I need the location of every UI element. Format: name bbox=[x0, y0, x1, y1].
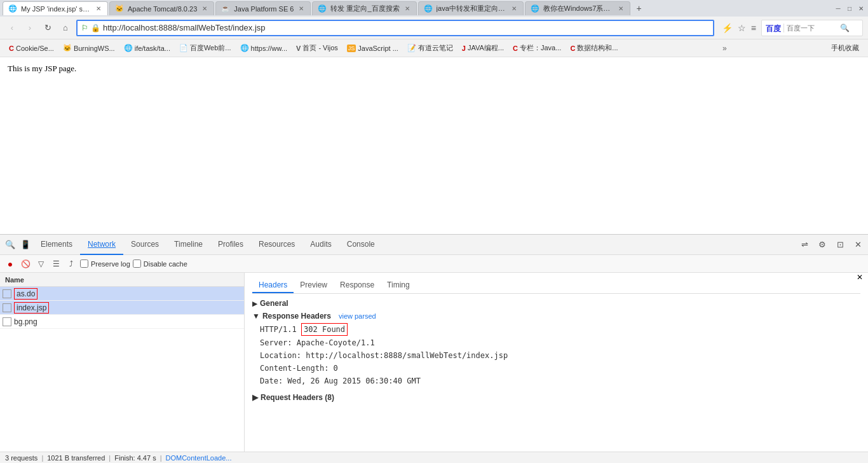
request-headers-title[interactable]: ▶ Request Headers (8) bbox=[252, 393, 860, 402]
bookmark-burningws[interactable]: 🐱 BurningWS... bbox=[59, 43, 119, 53]
tab-close-win7[interactable]: ✕ bbox=[617, 4, 625, 13]
bookmarks-more[interactable]: » bbox=[720, 43, 729, 54]
tab-console[interactable]: Console bbox=[339, 235, 383, 255]
tab-label-win7: 教你在Windows7系统... bbox=[543, 4, 613, 13]
page-text: This is my JSP page. bbox=[8, 64, 76, 73]
tab-sources[interactable]: Sources bbox=[123, 235, 166, 255]
net-item-as-do[interactable]: as.do bbox=[0, 287, 244, 301]
tab-baidu1[interactable]: 🌐 转发 重定向_百度搜索 ✕ bbox=[312, 1, 416, 15]
tab-favicon-myjsp: 🌐 bbox=[8, 4, 17, 13]
devtools-status-bar: 3 requests | 1021 B transferred | Finish… bbox=[0, 452, 868, 463]
bookmark-java-prog[interactable]: J JAVA编程... bbox=[458, 42, 508, 54]
page-content: This is my JSP page. bbox=[0, 57, 868, 216]
header-server: Server: Apache-Coyote/1.1 bbox=[252, 337, 860, 349]
preserve-log-label[interactable]: Preserve log bbox=[80, 259, 130, 268]
breakpoints-button[interactable]: ⤴ bbox=[65, 258, 78, 270]
devtools-search-icon[interactable]: 🔍 bbox=[3, 237, 18, 252]
bookmark-baiduweb[interactable]: 📄 百度Web前... bbox=[175, 42, 235, 54]
bookmark-mobile[interactable]: 手机收藏 bbox=[827, 42, 863, 54]
detail-tab-preview[interactable]: Preview bbox=[294, 278, 334, 293]
bookmark-vijos[interactable]: V 首页 - Vijos bbox=[292, 42, 342, 54]
baidu-search[interactable]: 百度 🔍 bbox=[761, 20, 863, 36]
back-button[interactable]: ‹ bbox=[5, 21, 19, 35]
bookmark-label-vijos: 首页 - Vijos bbox=[302, 43, 337, 53]
tab-myjsp[interactable]: 🌐 My JSP 'index.jsp' start... ✕ bbox=[3, 1, 108, 15]
tab-tomcat[interactable]: 🐱 Apache Tomcat/8.0.23 ✕ bbox=[109, 1, 214, 15]
reload-button[interactable]: ↻ bbox=[41, 21, 55, 35]
tab-close-baidu1[interactable]: ✕ bbox=[403, 4, 411, 13]
devtools-body: Name as.do index.jsp bg.png ✕ Headers bbox=[0, 273, 868, 452]
bookmark-cookie[interactable]: C Cookie/Se... bbox=[5, 43, 58, 53]
url-display[interactable]: http://localhost:8888/smallWebTest/index… bbox=[103, 23, 709, 32]
close-button[interactable]: ✕ bbox=[857, 4, 865, 13]
general-section-title[interactable]: ▶ General bbox=[252, 299, 860, 308]
devtools-settings-icon[interactable]: ⚙ bbox=[815, 237, 830, 252]
devtools-expand-icon[interactable]: ⇌ bbox=[797, 237, 812, 252]
tab-close-tomcat[interactable]: ✕ bbox=[201, 4, 208, 13]
minimize-button[interactable]: ─ bbox=[834, 4, 843, 13]
menu-icon[interactable]: ≡ bbox=[750, 22, 757, 34]
address-bar: ‹ › ↻ ⌂ ⚐ 🔒 http://localhost:8888/smallW… bbox=[0, 17, 868, 39]
clear-button[interactable]: 🚫 bbox=[19, 258, 32, 270]
baidu-search-input[interactable] bbox=[787, 24, 837, 32]
bookmark-dstruct[interactable]: C 数据结构和... bbox=[566, 42, 621, 54]
star-icon[interactable]: ☆ bbox=[736, 22, 747, 34]
header-content-length: Content-Length: 0 bbox=[252, 363, 860, 374]
net-item-bg-png[interactable]: bg.png bbox=[0, 315, 244, 329]
preserve-log-checkbox[interactable] bbox=[80, 259, 88, 268]
tab-close-java2[interactable]: ✕ bbox=[510, 4, 518, 13]
response-headers-title[interactable]: ▼ Response Headers view parsed bbox=[252, 312, 860, 321]
tab-java[interactable]: ☕ Java Platform SE 6 ✕ bbox=[215, 1, 311, 15]
status-divider-2: | bbox=[109, 454, 111, 462]
detail-tab-headers[interactable]: Headers bbox=[252, 278, 294, 293]
bookmark-js[interactable]: JS JavaScript ... bbox=[343, 43, 402, 53]
new-tab-button[interactable]: + bbox=[632, 1, 647, 15]
restore-button[interactable]: □ bbox=[845, 4, 854, 13]
bookmark-label-youdao: 有道云笔记 bbox=[418, 43, 453, 53]
detail-tab-response[interactable]: Response bbox=[334, 278, 381, 293]
tab-network[interactable]: Network bbox=[80, 235, 123, 255]
bookmark-https[interactable]: 🌐 https://ww... bbox=[236, 43, 291, 53]
address-actions: ⚡ ☆ ≡ bbox=[721, 22, 757, 34]
tab-win7[interactable]: 🌐 教你在Windows7系统... ✕ bbox=[525, 1, 630, 15]
forward-button[interactable]: › bbox=[23, 21, 37, 35]
bookmark-icon-ife: 🌐 bbox=[124, 44, 133, 52]
tab-favicon-java2: 🌐 bbox=[424, 4, 433, 13]
window-controls: ─ □ ✕ bbox=[834, 4, 865, 13]
record-button[interactable]: ● bbox=[4, 258, 17, 270]
bookmark-youdao[interactable]: 📝 有道云笔记 bbox=[403, 42, 457, 54]
baidu-search-icon[interactable]: 🔍 bbox=[840, 24, 850, 32]
bookmark-icon-java-prog: J bbox=[462, 45, 466, 52]
disable-cache-label[interactable]: Disable cache bbox=[133, 259, 187, 268]
devtools-controls: ● 🚫 ▽ ☰ ⤴ Preserve log Disable cache bbox=[0, 255, 868, 273]
disable-cache-checkbox[interactable] bbox=[133, 259, 141, 268]
tab-close-java[interactable]: ✕ bbox=[297, 4, 305, 13]
address-input-wrap[interactable]: ⚐ 🔒 http://localhost:8888/smallWebTest/i… bbox=[76, 20, 714, 36]
view-parsed-link[interactable]: view parsed bbox=[339, 312, 376, 320]
net-item-name-as-do: as.do bbox=[14, 288, 37, 300]
tab-elements[interactable]: Elements bbox=[33, 235, 80, 255]
network-detail: ✕ Headers Preview Response Timing ▶ bbox=[245, 273, 868, 452]
net-item-index-jsp[interactable]: index.jsp bbox=[0, 301, 244, 315]
bookmark-java-col[interactable]: C 专栏：Java... bbox=[509, 42, 565, 54]
devtools-close-icon[interactable]: ✕ bbox=[850, 237, 865, 252]
list-button[interactable]: ☰ bbox=[50, 258, 62, 270]
tab-profiles[interactable]: Profiles bbox=[210, 235, 251, 255]
response-headers-section: ▼ Response Headers view parsed HTTP/1.1 … bbox=[252, 312, 860, 387]
bookmark-icon-js: JS bbox=[347, 45, 356, 52]
status-domcontent[interactable]: DOMContentLoade... bbox=[166, 454, 232, 462]
devtools-device-icon[interactable]: 📱 bbox=[18, 237, 33, 252]
filter-button[interactable]: ▽ bbox=[34, 258, 47, 270]
tab-close-myjsp[interactable]: ✕ bbox=[95, 4, 102, 13]
bookmark-ife[interactable]: 🌐 ife/task/ta... bbox=[120, 43, 174, 53]
general-label: General bbox=[260, 299, 288, 308]
devtools-dock-icon[interactable]: ⊡ bbox=[832, 237, 848, 252]
net-item-name-index-jsp: index.jsp bbox=[14, 302, 49, 314]
detail-close-btn[interactable]: ✕ bbox=[857, 273, 863, 282]
tab-java2[interactable]: 🌐 java中转发和重定向的区... ✕ bbox=[418, 1, 524, 15]
home-button[interactable]: ⌂ bbox=[58, 21, 72, 35]
tab-resources[interactable]: Resources bbox=[251, 235, 302, 255]
detail-tab-timing[interactable]: Timing bbox=[381, 278, 416, 293]
tab-audits[interactable]: Audits bbox=[302, 235, 339, 255]
tab-timeline[interactable]: Timeline bbox=[166, 235, 210, 255]
